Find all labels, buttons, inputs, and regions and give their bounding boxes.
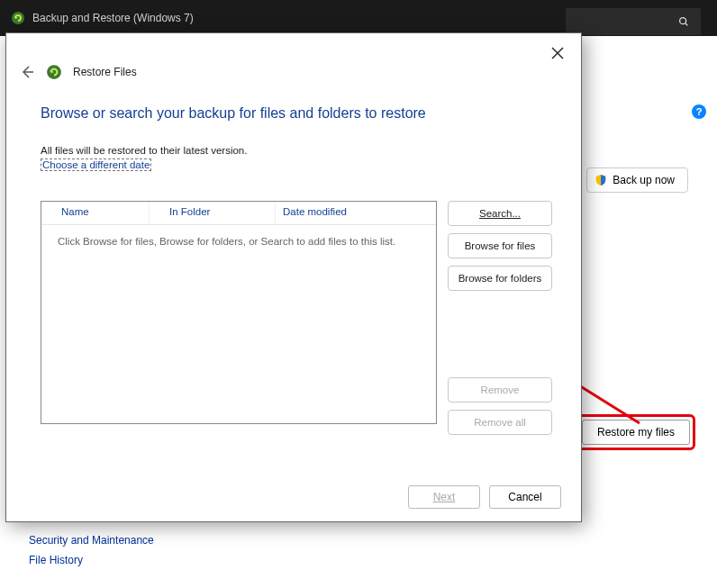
back-arrow-icon[interactable] <box>19 64 35 80</box>
info-text: All files will be restored to their late… <box>41 145 552 156</box>
choose-date-link[interactable]: Choose a different date <box>41 158 151 171</box>
help-icon[interactable]: ? <box>692 104 706 119</box>
dialog-title: Restore Files <box>73 66 137 78</box>
restore-icon <box>46 64 62 80</box>
see-also-links: Security and Maintenance File History <box>29 534 154 566</box>
shield-icon <box>594 174 607 186</box>
parent-title-text: Backup and Restore (Windows 7) <box>32 12 194 24</box>
link-security-maintenance[interactable]: Security and Maintenance <box>29 534 154 547</box>
remove-all-button: Remove all <box>448 410 552 435</box>
backup-now-button[interactable]: Back up now <box>586 167 688 193</box>
cancel-button[interactable]: Cancel <box>489 485 561 509</box>
file-listview[interactable]: Name In Folder Date modified Click Brows… <box>41 201 437 424</box>
list-header: Name In Folder Date modified <box>41 202 436 225</box>
browse-files-button[interactable]: Browse for files <box>448 233 552 258</box>
dialog-heading: Browse or search your backup for files a… <box>41 105 552 122</box>
next-button: Next <box>408 485 480 509</box>
column-folder[interactable]: In Folder <box>150 202 276 224</box>
column-date[interactable]: Date modified <box>276 202 436 224</box>
svg-line-6 <box>685 23 688 26</box>
search-button[interactable]: Search... <box>448 201 552 226</box>
close-icon[interactable] <box>547 42 568 64</box>
search-icon <box>677 15 690 28</box>
search-box[interactable] <box>566 8 701 35</box>
svg-point-5 <box>680 18 686 24</box>
restore-files-dialog: Restore Files Browse or search your back… <box>5 32 582 522</box>
backup-icon <box>11 11 25 25</box>
remove-button: Remove <box>448 377 552 403</box>
browse-folders-button[interactable]: Browse for folders <box>448 266 552 291</box>
column-name[interactable]: Name <box>41 202 150 224</box>
list-empty-text: Click Browse for files, Browse for folde… <box>41 225 436 258</box>
restore-my-files-button[interactable]: Restore my files <box>582 420 690 445</box>
backup-now-label: Back up now <box>613 174 675 186</box>
link-file-history[interactable]: File History <box>29 554 154 566</box>
